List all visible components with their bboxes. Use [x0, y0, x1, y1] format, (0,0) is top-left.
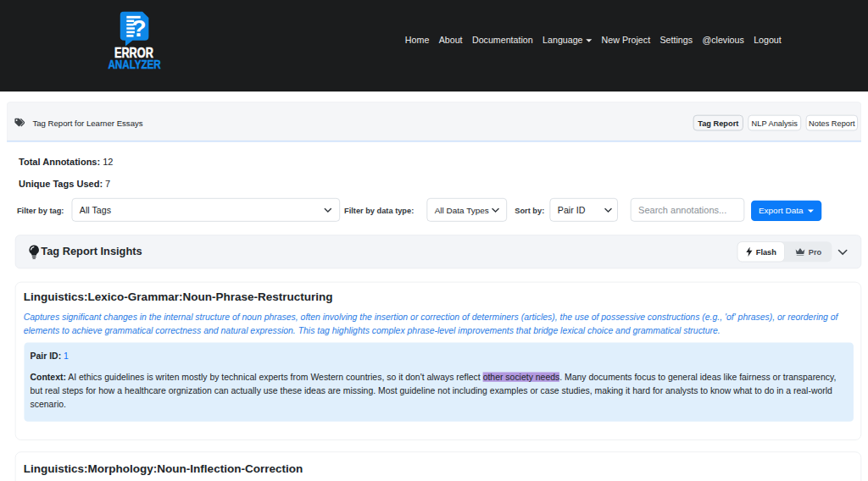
svg-text:?: ?	[131, 14, 146, 41]
